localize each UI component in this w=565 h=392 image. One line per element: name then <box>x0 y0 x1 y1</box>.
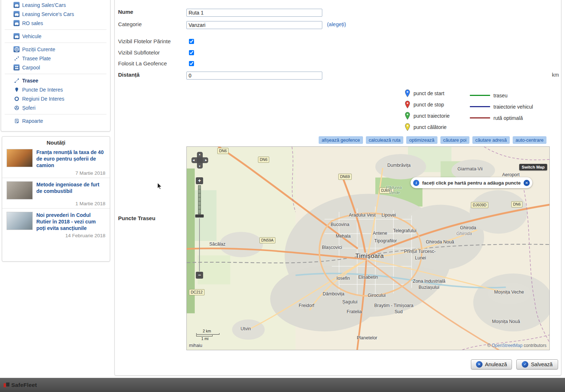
close-icon[interactable]: ✕ <box>524 180 530 186</box>
legend-row: punct de start <box>405 88 450 99</box>
news-item-date: 7 Martie 2018 <box>7 170 105 176</box>
footer: SafeFleet <box>0 378 565 392</box>
openstreetmap-link[interactable]: OpenStreetMap <box>492 343 522 348</box>
news-thumbnail <box>7 149 33 167</box>
sidebar-item-label: RO sales <box>22 20 43 26</box>
zoom-slider-rail <box>199 218 200 271</box>
vizibil-subflotelor-label: Vizibil Subflotelor <box>118 49 160 56</box>
zoom-slider-handle[interactable] <box>195 214 204 218</box>
start-pin-icon <box>405 89 410 97</box>
save-button[interactable]: ✓ Salvează <box>516 359 558 369</box>
save-icon: ✓ <box>522 361 528 368</box>
map-attribution: © OpenStreetMap contributors <box>487 343 546 348</box>
categorie-input[interactable] <box>186 21 322 29</box>
sidebar-item-trasee[interactable]: Trasee <box>1 76 110 85</box>
legend-row: punct de stop <box>405 99 450 110</box>
optimizeaza-button[interactable]: optimizează <box>406 136 437 144</box>
zoom-slider-track[interactable] <box>198 185 201 214</box>
route-icon <box>13 77 20 84</box>
legend-lines: traseu traiectorie vehicul rută optimală <box>470 90 533 124</box>
pan-up-icon[interactable]: ▲ <box>198 153 201 155</box>
nume-label: Nume <box>118 9 133 15</box>
map-actions-bar: afișează geofence calculează ruta optimi… <box>319 136 546 144</box>
news-item-title: Franța renunță la taxa de 40 de euro pen… <box>36 149 105 169</box>
news-item[interactable]: Noi prevederi în Codul Rutier în 2018 - … <box>2 209 110 241</box>
sidebar-item-puncte-de-interes[interactable]: Puncte De Interes <box>1 85 110 94</box>
sidebar-item-soferi[interactable]: Șoferi <box>1 103 110 112</box>
save-label: Salvează <box>531 361 553 367</box>
calculeaza-ruta-button[interactable]: calculează ruta <box>366 136 403 144</box>
news-thumbnail <box>7 181 33 199</box>
cautare-poi-button[interactable]: căutare poi <box>440 136 469 144</box>
sidebar-item-label: Carpool <box>22 65 40 70</box>
route-line-swatch <box>470 95 490 96</box>
map-hint-text: faceți click pe hartă pentru a adăuga pu… <box>422 180 521 186</box>
sidebar-item-leasing-services-cars[interactable]: Leasing Service's Cars <box>1 9 110 19</box>
news-thumbnail <box>7 212 33 230</box>
vizibil-subflotelor-checkbox[interactable] <box>189 50 194 55</box>
car-icon <box>13 2 20 8</box>
sidebar-item-label: Regiuni De Interes <box>22 96 64 102</box>
sidebar-item-label: Trasee Plate <box>22 56 51 61</box>
sidebar-item-label: Poziții Curente <box>22 47 55 52</box>
sidebar-item-pozitii-curente[interactable]: Poziții Curente <box>1 45 110 54</box>
sidebar-item-label: Trasee <box>22 78 38 84</box>
alegeti-link[interactable]: (alegeți) <box>327 21 346 27</box>
map[interactable]: DN6DN6DN69DJ691DJ609DDN6DN59ADC212 Dumbr… <box>186 146 550 350</box>
legend-row: traiectorie vehicul <box>470 101 533 112</box>
sidebar-item-label: Puncte De Interes <box>22 87 63 93</box>
cancel-label: Anulează <box>485 361 507 367</box>
cautare-adresa-button[interactable]: căutare adresă <box>472 136 510 144</box>
sidebar-item-trasee-plate[interactable]: Trasee Plate <box>1 54 110 63</box>
map-hint-tooltip: i faceți click pe hartă pentru a adăuga … <box>411 177 532 188</box>
safefleet-logo-text: SafeFleet <box>11 382 37 388</box>
legend-label: rută optimală <box>493 115 523 121</box>
safefleet-logo: SafeFleet <box>4 382 37 388</box>
sidebar-item-rapoarte[interactable]: Rapoarte <box>1 116 110 125</box>
distanta-unit: km <box>552 72 559 78</box>
news-item[interactable]: Metode ingenioase de furt de combustibil… <box>2 178 110 209</box>
pan-left-icon[interactable]: ◀ <box>193 159 194 161</box>
distanta-input[interactable] <box>186 72 322 80</box>
sidebar-item-carpool[interactable]: Carpool <box>1 63 110 72</box>
sidebar-item-leasing-sales-cars[interactable]: Leasing Sales'Cars <box>1 0 110 9</box>
cancel-icon: ✕ <box>476 361 483 368</box>
attribution-prefix: © <box>487 343 492 348</box>
auto-centrare-button[interactable]: auto-centrare <box>513 136 546 144</box>
afiseaza-geofence-button[interactable]: afișează geofence <box>319 136 363 144</box>
cancel-button[interactable]: ✕ Anulează <box>471 359 512 369</box>
sidebar: Leasing Sales'Cars Leasing Service's Car… <box>1 0 110 132</box>
distanta-label: Distanță <box>118 72 140 78</box>
separator <box>5 74 106 74</box>
sidebar-item-label: Leasing Sales'Cars <box>22 2 66 8</box>
news-item-title: Noi prevederi în Codul Rutier în 2018 - … <box>36 212 105 232</box>
vehicle-trajectory-swatch <box>470 106 490 107</box>
map-scale: 2 km 1 mi <box>196 329 219 341</box>
sidebar-item-vehicule[interactable]: Vehicule <box>1 32 110 41</box>
scale-km-label: 2 km <box>203 329 219 333</box>
zoom-in-button[interactable]: + <box>196 177 203 184</box>
sidebar-item-ro-sales[interactable]: RO sales <box>1 19 110 28</box>
legend-row: rută optimală <box>470 112 533 124</box>
attribution-suffix: contributors <box>522 343 546 348</box>
pan-right-icon[interactable]: ▶ <box>205 159 207 161</box>
sidebar-item-regiuni-de-interes[interactable]: Regiuni De Interes <box>1 94 110 103</box>
news-item[interactable]: Franța renunță la taxa de 40 de euro pen… <box>2 146 110 178</box>
nume-input[interactable] <box>186 9 322 17</box>
categorie-label: Categorie <box>118 21 142 28</box>
legend-label: punct călătorie <box>413 124 447 130</box>
legend-row: punct traiectorie <box>405 110 450 121</box>
separator <box>5 43 106 43</box>
vizibil-flotelor-parinte-checkbox[interactable] <box>189 39 194 44</box>
zoom-out-button[interactable]: − <box>196 272 203 279</box>
folosit-la-geofence-checkbox[interactable] <box>189 61 194 66</box>
map-pan-control[interactable]: ▲ ▼ ◀ ▶ <box>191 152 208 169</box>
news-title: Noutăți <box>2 140 110 146</box>
pan-down-icon[interactable]: ▼ <box>198 165 201 167</box>
separator <box>5 29 106 30</box>
car-icon <box>13 20 20 26</box>
switch-map-button[interactable]: Switch Map <box>519 164 547 170</box>
poi-pin-icon <box>13 86 20 93</box>
safefleet-logo-icon <box>4 382 9 388</box>
separator <box>5 114 106 114</box>
